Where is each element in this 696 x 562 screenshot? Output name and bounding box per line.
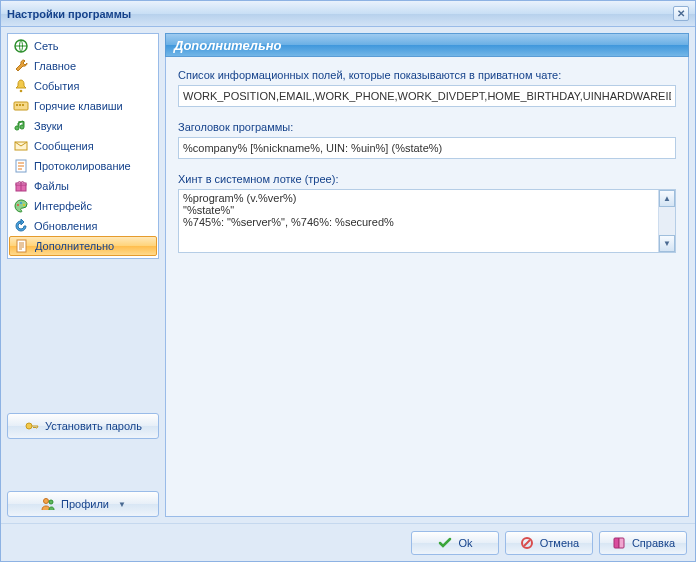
sidebar-item-messages[interactable]: Сообщения	[8, 136, 158, 156]
keyboard-icon	[13, 98, 29, 114]
sidebar-item-label: Дополнительно	[35, 240, 114, 252]
sidebar-item-hotkeys[interactable]: Горячие клавиши	[8, 96, 158, 116]
sidebar-item-label: Сообщения	[34, 140, 94, 152]
sidebar-item-label: Главное	[34, 60, 76, 72]
sidebar-item-label: Интерфейс	[34, 200, 92, 212]
svg-rect-3	[16, 104, 18, 106]
profiles-button[interactable]: Профили ▼	[7, 491, 159, 517]
users-icon	[40, 496, 56, 512]
svg-rect-5	[22, 104, 24, 106]
svg-point-15	[44, 499, 49, 504]
sidebar-item-label: Звуки	[34, 120, 63, 132]
globe-icon	[13, 38, 29, 54]
book-icon	[611, 535, 627, 551]
cancel-button[interactable]: Отмена	[505, 531, 593, 555]
tray-hint-label: Хинт в системном лотке (трее):	[178, 173, 676, 185]
section-header: Дополнительно	[165, 33, 689, 57]
sidebar-item-advanced[interactable]: Дополнительно	[9, 236, 157, 256]
svg-point-14	[26, 423, 32, 429]
sidebar-item-updates[interactable]: Обновления	[8, 216, 158, 236]
log-icon	[13, 158, 29, 174]
close-button[interactable]: ✕	[673, 6, 689, 21]
sidebar-item-label: Протоколирование	[34, 160, 131, 172]
content-panel: Дополнительно Список информационных поле…	[165, 33, 689, 517]
help-button[interactable]: Справка	[599, 531, 687, 555]
tray-hint-input[interactable]	[179, 190, 658, 252]
ok-label: Ok	[458, 537, 472, 549]
check-icon	[437, 535, 453, 551]
sidebar-item-files[interactable]: Файлы	[8, 176, 158, 196]
section-body: Список информационных полей, которые пок…	[165, 57, 689, 517]
chevron-down-icon: ▼	[118, 500, 126, 509]
ok-button[interactable]: Ok	[411, 531, 499, 555]
sidebar-item-label: Обновления	[34, 220, 97, 232]
sidebar-item-events[interactable]: События	[8, 76, 158, 96]
sidebar: Сеть Главное События	[7, 33, 159, 517]
svg-point-10	[17, 204, 19, 206]
bell-icon	[13, 78, 29, 94]
cancel-label: Отмена	[540, 537, 579, 549]
scroll-down-button[interactable]: ▼	[659, 235, 675, 252]
section-title: Дополнительно	[174, 38, 281, 53]
svg-point-1	[20, 90, 23, 93]
svg-point-11	[20, 202, 22, 204]
tray-hint-wrap: ▲ ▼	[178, 189, 676, 253]
svg-rect-4	[19, 104, 21, 106]
info-fields-label: Список информационных полей, которые пок…	[178, 69, 676, 81]
cancel-icon	[519, 535, 535, 551]
sidebar-item-label: События	[34, 80, 79, 92]
set-password-label: Установить пароль	[45, 420, 142, 432]
sidebar-item-logging[interactable]: Протоколирование	[8, 156, 158, 176]
scrollbar: ▲ ▼	[658, 190, 675, 252]
sidebar-item-label: Сеть	[34, 40, 58, 52]
settings-window: Настройки программы ✕ Сеть Главное	[0, 0, 696, 562]
palette-icon	[13, 198, 29, 214]
info-fields-input[interactable]	[178, 85, 676, 107]
window-body: Сеть Главное События	[1, 27, 695, 523]
svg-point-16	[49, 500, 53, 504]
sidebar-item-interface[interactable]: Интерфейс	[8, 196, 158, 216]
scroll-track[interactable]	[659, 207, 675, 235]
svg-point-12	[23, 204, 25, 206]
scroll-up-button[interactable]: ▲	[659, 190, 675, 207]
program-title-label: Заголовок программы:	[178, 121, 676, 133]
sidebar-item-label: Файлы	[34, 180, 69, 192]
window-title: Настройки программы	[7, 8, 131, 20]
key-icon	[24, 418, 40, 434]
help-label: Справка	[632, 537, 675, 549]
document-icon	[14, 238, 30, 254]
sidebar-item-sounds[interactable]: Звуки	[8, 116, 158, 136]
music-icon	[13, 118, 29, 134]
gift-icon	[13, 178, 29, 194]
titlebar: Настройки программы ✕	[1, 1, 695, 27]
nav-panel: Сеть Главное События	[7, 33, 159, 259]
sidebar-item-main[interactable]: Главное	[8, 56, 158, 76]
program-title-input[interactable]	[178, 137, 676, 159]
refresh-icon	[13, 218, 29, 234]
profiles-label: Профили	[61, 498, 109, 510]
sidebar-item-label: Горячие клавиши	[34, 100, 123, 112]
dialog-button-row: Ok Отмена Справка	[1, 523, 695, 561]
envelope-icon	[13, 138, 29, 154]
close-icon: ✕	[677, 8, 685, 19]
set-password-button[interactable]: Установить пароль	[7, 413, 159, 439]
sidebar-item-network[interactable]: Сеть	[8, 36, 158, 56]
svg-rect-13	[17, 240, 26, 252]
wrench-icon	[13, 58, 29, 74]
